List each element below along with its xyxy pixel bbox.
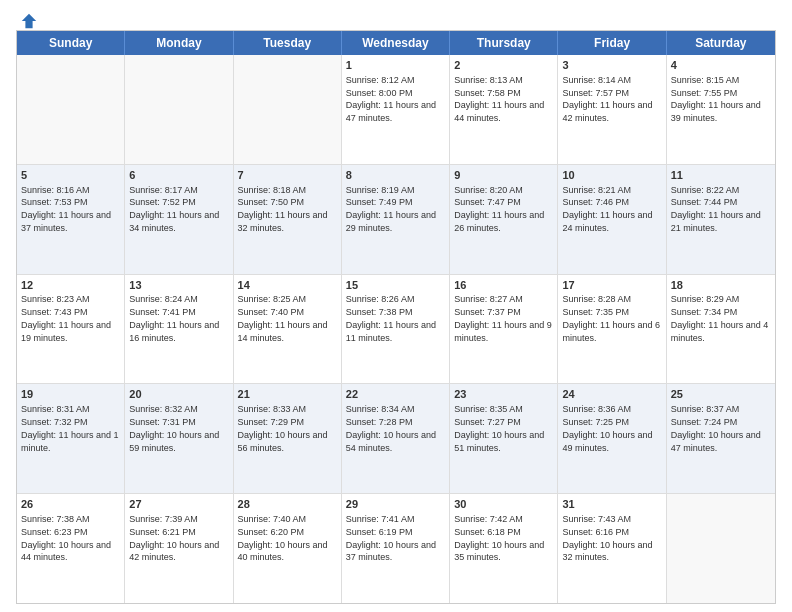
day-number: 11 [671,168,771,183]
calendar-row: 12Sunrise: 8:23 AM Sunset: 7:43 PM Dayli… [17,275,775,385]
calendar-row: 5Sunrise: 8:16 AM Sunset: 7:53 PM Daylig… [17,165,775,275]
day-number: 3 [562,58,661,73]
weekday-header: Sunday [17,31,125,55]
day-number: 19 [21,387,120,402]
calendar-cell: 28Sunrise: 7:40 AM Sunset: 6:20 PM Dayli… [234,494,342,603]
day-number: 25 [671,387,771,402]
cell-text: Sunrise: 8:22 AM Sunset: 7:44 PM Dayligh… [671,185,764,233]
day-number: 21 [238,387,337,402]
calendar-cell: 11Sunrise: 8:22 AM Sunset: 7:44 PM Dayli… [667,165,775,274]
cell-text: Sunrise: 7:41 AM Sunset: 6:19 PM Dayligh… [346,514,439,562]
cell-text: Sunrise: 8:15 AM Sunset: 7:55 PM Dayligh… [671,75,764,123]
weekday-header: Monday [125,31,233,55]
cell-text: Sunrise: 7:43 AM Sunset: 6:16 PM Dayligh… [562,514,655,562]
cell-text: Sunrise: 8:34 AM Sunset: 7:28 PM Dayligh… [346,404,439,452]
cell-text: Sunrise: 7:39 AM Sunset: 6:21 PM Dayligh… [129,514,222,562]
day-number: 31 [562,497,661,512]
day-number: 27 [129,497,228,512]
cell-text: Sunrise: 8:26 AM Sunset: 7:38 PM Dayligh… [346,294,439,342]
calendar-cell: 3Sunrise: 8:14 AM Sunset: 7:57 PM Daylig… [558,55,666,164]
day-number: 23 [454,387,553,402]
calendar-cell: 24Sunrise: 8:36 AM Sunset: 7:25 PM Dayli… [558,384,666,493]
calendar-cell: 27Sunrise: 7:39 AM Sunset: 6:21 PM Dayli… [125,494,233,603]
cell-text: Sunrise: 8:13 AM Sunset: 7:58 PM Dayligh… [454,75,547,123]
cell-text: Sunrise: 7:38 AM Sunset: 6:23 PM Dayligh… [21,514,114,562]
day-number: 16 [454,278,553,293]
day-number: 26 [21,497,120,512]
cell-text: Sunrise: 8:31 AM Sunset: 7:32 PM Dayligh… [21,404,121,452]
logo-icon [20,12,38,30]
calendar-cell: 15Sunrise: 8:26 AM Sunset: 7:38 PM Dayli… [342,275,450,384]
day-number: 18 [671,278,771,293]
day-number: 5 [21,168,120,183]
cell-text: Sunrise: 8:19 AM Sunset: 7:49 PM Dayligh… [346,185,439,233]
calendar-cell: 10Sunrise: 8:21 AM Sunset: 7:46 PM Dayli… [558,165,666,274]
calendar-body: 1Sunrise: 8:12 AM Sunset: 8:00 PM Daylig… [17,55,775,603]
day-number: 2 [454,58,553,73]
cell-text: Sunrise: 8:25 AM Sunset: 7:40 PM Dayligh… [238,294,331,342]
cell-text: Sunrise: 8:37 AM Sunset: 7:24 PM Dayligh… [671,404,764,452]
calendar-cell: 25Sunrise: 8:37 AM Sunset: 7:24 PM Dayli… [667,384,775,493]
calendar-cell: 4Sunrise: 8:15 AM Sunset: 7:55 PM Daylig… [667,55,775,164]
calendar-cell: 9Sunrise: 8:20 AM Sunset: 7:47 PM Daylig… [450,165,558,274]
day-number: 8 [346,168,445,183]
calendar-cell: 20Sunrise: 8:32 AM Sunset: 7:31 PM Dayli… [125,384,233,493]
cell-text: Sunrise: 8:32 AM Sunset: 7:31 PM Dayligh… [129,404,222,452]
day-number: 4 [671,58,771,73]
calendar-cell: 8Sunrise: 8:19 AM Sunset: 7:49 PM Daylig… [342,165,450,274]
weekday-header: Thursday [450,31,558,55]
cell-text: Sunrise: 8:24 AM Sunset: 7:41 PM Dayligh… [129,294,222,342]
day-number: 1 [346,58,445,73]
day-number: 14 [238,278,337,293]
calendar-cell: 19Sunrise: 8:31 AM Sunset: 7:32 PM Dayli… [17,384,125,493]
weekday-header: Saturday [667,31,775,55]
calendar-header: SundayMondayTuesdayWednesdayThursdayFrid… [17,31,775,55]
calendar-cell: 12Sunrise: 8:23 AM Sunset: 7:43 PM Dayli… [17,275,125,384]
calendar-cell [125,55,233,164]
calendar: SundayMondayTuesdayWednesdayThursdayFrid… [16,30,776,604]
calendar-cell: 13Sunrise: 8:24 AM Sunset: 7:41 PM Dayli… [125,275,233,384]
calendar-row: 19Sunrise: 8:31 AM Sunset: 7:32 PM Dayli… [17,384,775,494]
calendar-cell: 21Sunrise: 8:33 AM Sunset: 7:29 PM Dayli… [234,384,342,493]
day-number: 22 [346,387,445,402]
calendar-cell: 23Sunrise: 8:35 AM Sunset: 7:27 PM Dayli… [450,384,558,493]
calendar-row: 1Sunrise: 8:12 AM Sunset: 8:00 PM Daylig… [17,55,775,165]
calendar-cell: 2Sunrise: 8:13 AM Sunset: 7:58 PM Daylig… [450,55,558,164]
day-number: 6 [129,168,228,183]
day-number: 30 [454,497,553,512]
cell-text: Sunrise: 7:42 AM Sunset: 6:18 PM Dayligh… [454,514,547,562]
day-number: 7 [238,168,337,183]
day-number: 10 [562,168,661,183]
calendar-row: 26Sunrise: 7:38 AM Sunset: 6:23 PM Dayli… [17,494,775,603]
calendar-cell: 5Sunrise: 8:16 AM Sunset: 7:53 PM Daylig… [17,165,125,274]
calendar-cell: 14Sunrise: 8:25 AM Sunset: 7:40 PM Dayli… [234,275,342,384]
cell-text: Sunrise: 8:12 AM Sunset: 8:00 PM Dayligh… [346,75,439,123]
cell-text: Sunrise: 8:29 AM Sunset: 7:34 PM Dayligh… [671,294,771,342]
calendar-cell: 6Sunrise: 8:17 AM Sunset: 7:52 PM Daylig… [125,165,233,274]
calendar-cell [667,494,775,603]
day-number: 28 [238,497,337,512]
calendar-cell: 16Sunrise: 8:27 AM Sunset: 7:37 PM Dayli… [450,275,558,384]
cell-text: Sunrise: 8:27 AM Sunset: 7:37 PM Dayligh… [454,294,554,342]
day-number: 9 [454,168,553,183]
calendar-cell: 29Sunrise: 7:41 AM Sunset: 6:19 PM Dayli… [342,494,450,603]
calendar-cell: 18Sunrise: 8:29 AM Sunset: 7:34 PM Dayli… [667,275,775,384]
cell-text: Sunrise: 8:21 AM Sunset: 7:46 PM Dayligh… [562,185,655,233]
calendar-cell [17,55,125,164]
weekday-header: Friday [558,31,666,55]
calendar-cell: 17Sunrise: 8:28 AM Sunset: 7:35 PM Dayli… [558,275,666,384]
day-number: 17 [562,278,661,293]
logo [16,12,38,26]
cell-text: Sunrise: 8:28 AM Sunset: 7:35 PM Dayligh… [562,294,662,342]
cell-text: Sunrise: 8:14 AM Sunset: 7:57 PM Dayligh… [562,75,655,123]
page: SundayMondayTuesdayWednesdayThursdayFrid… [0,0,792,612]
cell-text: Sunrise: 8:20 AM Sunset: 7:47 PM Dayligh… [454,185,547,233]
cell-text: Sunrise: 8:23 AM Sunset: 7:43 PM Dayligh… [21,294,114,342]
calendar-cell: 1Sunrise: 8:12 AM Sunset: 8:00 PM Daylig… [342,55,450,164]
day-number: 15 [346,278,445,293]
cell-text: Sunrise: 7:40 AM Sunset: 6:20 PM Dayligh… [238,514,331,562]
day-number: 29 [346,497,445,512]
day-number: 12 [21,278,120,293]
header [16,12,776,26]
calendar-cell [234,55,342,164]
